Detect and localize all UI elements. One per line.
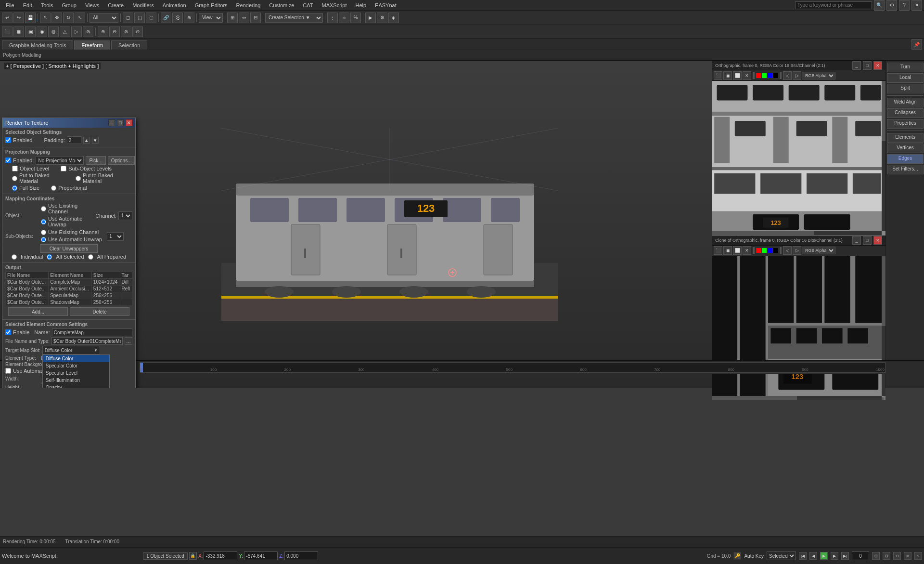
rtt-close-icon[interactable]: ✕: [126, 119, 132, 126]
ortho1-hscroll[interactable]: [712, 231, 882, 235]
menu-group[interactable]: Group: [58, 1, 80, 9]
pb-start-btn[interactable]: |◀: [799, 552, 807, 560]
tb2-icon10[interactable]: ⊖: [109, 26, 120, 37]
lock-icon[interactable]: 🔒: [189, 552, 197, 560]
sp-weld-btn[interactable]: Weld Align: [887, 98, 924, 107]
o1-tb5[interactable]: ◁: [783, 71, 792, 80]
tb2-icon11[interactable]: ⊗: [121, 26, 131, 37]
ortho1-canvas[interactable]: 123: [712, 81, 886, 235]
output-row-2[interactable]: $Car Body Oute...SpecularMap256×256: [6, 292, 132, 299]
rtt-sub-auto-radio[interactable]: [41, 237, 46, 242]
mirror-icon[interactable]: ⇔: [239, 13, 249, 23]
render-settings-icon[interactable]: ⚙: [377, 13, 387, 23]
menu-customize[interactable]: Customize: [265, 1, 298, 9]
menu-easynat[interactable]: EASYnat: [371, 1, 400, 9]
ortho2-vscroll[interactable]: [882, 256, 886, 396]
o2-tb6[interactable]: ▷: [793, 246, 801, 255]
rtt-put-baked-radio1[interactable]: [12, 176, 17, 181]
pb-end-btn[interactable]: ▶|: [841, 552, 849, 560]
sp-vertices-btn[interactable]: Vertices: [887, 144, 924, 153]
timeline-track[interactable]: 0 100 200 300 400 500 600 700 800 900 10…: [140, 362, 886, 373]
o1-green-swatch[interactable]: [761, 73, 767, 79]
ortho2-close[interactable]: ✕: [873, 236, 882, 245]
rtt-dropdown-item-0[interactable]: Diffuse Color: [43, 355, 109, 362]
menu-create[interactable]: Create: [104, 1, 128, 9]
select-object-icon[interactable]: ◻: [123, 13, 133, 23]
menu-tools[interactable]: Tools: [37, 1, 57, 9]
rtt-target-map-dropdown[interactable]: Diffuse Color ▼ Diffuse Color Specular C…: [42, 346, 100, 354]
output-row-0[interactable]: $Car Body Oute...CompleteMap1024×1024Dif…: [6, 279, 132, 286]
sp-elements-btn[interactable]: Elements: [887, 133, 924, 143]
angle-snap-icon[interactable]: ⌾: [339, 13, 349, 23]
o1-channel-select[interactable]: RGB Alpha: [802, 72, 835, 79]
rtt-sub-channel-select[interactable]: 1: [107, 232, 124, 241]
o2-tb2[interactable]: ◼: [723, 246, 732, 255]
menu-rendering[interactable]: Rendering: [232, 1, 265, 9]
rtt-object-level-check[interactable]: [12, 166, 18, 171]
rtt-padding-down[interactable]: ▼: [92, 137, 99, 144]
snap-icon[interactable]: ⋮: [327, 13, 338, 23]
select-region-icon[interactable]: ⬚: [134, 13, 145, 23]
scale-icon[interactable]: ⤡: [75, 13, 85, 23]
move-icon[interactable]: ✥: [51, 13, 62, 23]
view-dropdown[interactable]: View: [199, 13, 223, 23]
rtt-all-selected-radio[interactable]: [47, 254, 52, 260]
tb2-icon1[interactable]: ⬛: [2, 26, 13, 37]
rtt-file-name-input[interactable]: [51, 337, 123, 345]
help-icon[interactable]: ?: [899, 0, 910, 11]
pb-icon5[interactable]: ?: [914, 552, 922, 560]
menu-cat[interactable]: CAT: [299, 1, 317, 9]
search-input[interactable]: [795, 1, 872, 9]
rtt-file-browse-btn[interactable]: …: [125, 337, 132, 345]
ortho1-vscroll-thumb[interactable]: [882, 81, 886, 141]
array-icon[interactable]: ⊟: [250, 13, 261, 23]
pb-prev-btn[interactable]: ◀: [809, 552, 817, 560]
rtt-element-enable-check[interactable]: [5, 329, 11, 335]
tab-graphite[interactable]: Graphite Modeling Tools: [2, 40, 73, 50]
tb2-icon2[interactable]: ◼: [13, 26, 24, 37]
tb2-icon5[interactable]: ◍: [48, 26, 59, 37]
pb-icon4[interactable]: ⊚: [904, 552, 911, 560]
rtt-proj-enabled-checkbox[interactable]: [5, 157, 11, 163]
tb2-icon4[interactable]: ◉: [37, 26, 47, 37]
ortho2-hscroll-thumb[interactable]: [712, 396, 797, 400]
pb-icon1[interactable]: ⊞: [872, 552, 880, 560]
ortho1-maximize[interactable]: □: [863, 61, 872, 70]
menu-views[interactable]: Views: [81, 1, 103, 9]
timeline-playhead[interactable]: [140, 363, 143, 372]
frame-input[interactable]: [852, 551, 869, 560]
o1-tb4[interactable]: ✕: [743, 71, 751, 80]
sp-edges-btn[interactable]: Edges: [887, 154, 924, 164]
rtt-all-prepared-radio[interactable]: [88, 254, 93, 260]
percent-snap-icon[interactable]: %: [350, 13, 361, 23]
link-icon[interactable]: 🔗: [161, 13, 171, 23]
rtt-name-input[interactable]: [52, 328, 132, 336]
filter-dropdown[interactable]: All: [90, 13, 118, 23]
o1-tb6[interactable]: ▷: [793, 71, 801, 80]
o2-tb4[interactable]: ✕: [743, 246, 751, 255]
viewport-3d[interactable]: + [ Perspective ] [ Smooth + Highlights …: [0, 61, 712, 388]
tb2-icon8[interactable]: ⊗: [83, 26, 93, 37]
sp-properties-btn[interactable]: Properties: [887, 119, 924, 129]
tab-pin-icon[interactable]: 📌: [911, 39, 922, 50]
rtt-delete-btn[interactable]: Delete: [70, 307, 129, 316]
menu-edit[interactable]: Edit: [19, 1, 36, 9]
sp-filters-btn[interactable]: Set Filters...: [887, 165, 924, 174]
render-icon[interactable]: ▶: [365, 13, 376, 23]
unlink-icon[interactable]: ⛓: [172, 13, 183, 23]
o2-tb3[interactable]: ⬜: [733, 246, 742, 255]
rotate-icon[interactable]: ↻: [63, 13, 74, 23]
menu-file[interactable]: File: [2, 1, 18, 9]
ortho1-minimize[interactable]: _: [852, 61, 861, 70]
rtt-auto-map-check[interactable]: [5, 368, 11, 374]
ortho1-vscroll[interactable]: [882, 81, 886, 231]
rtt-padding-input[interactable]: [67, 136, 81, 144]
rtt-minimize-btn[interactable]: ─: [108, 119, 115, 126]
menu-animation[interactable]: Animation: [159, 1, 190, 9]
close-app-icon[interactable]: ✕: [911, 0, 922, 11]
lasso-icon[interactable]: ◌: [146, 13, 156, 23]
ortho1-close[interactable]: ✕: [873, 61, 882, 70]
y-input[interactable]: [244, 551, 278, 560]
menu-modifiers[interactable]: Modifiers: [128, 1, 158, 9]
pb-icon3[interactable]: ⊙: [893, 552, 901, 560]
